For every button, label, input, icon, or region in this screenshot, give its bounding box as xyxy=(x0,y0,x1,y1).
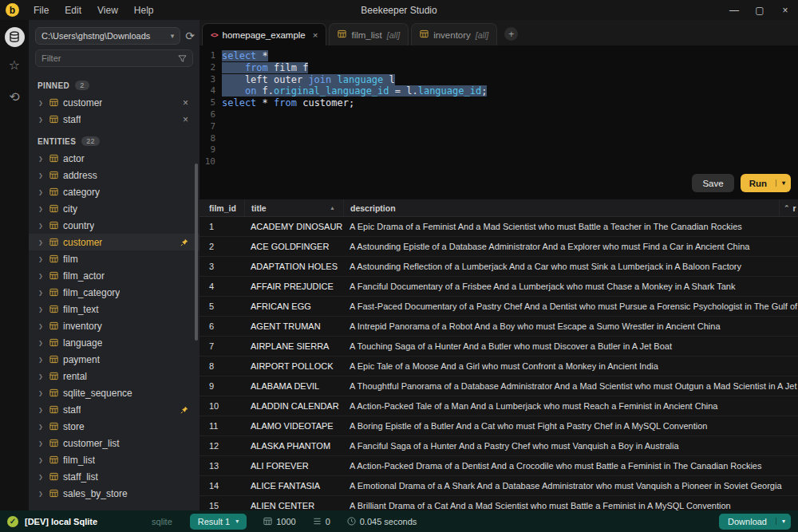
table-row[interactable]: 3ADAPTATION HOLESA Astounding Reflection… xyxy=(200,257,798,277)
editor-code[interactable]: left outer join language l xyxy=(222,74,395,86)
entity-item-language[interactable]: ❯language xyxy=(29,334,200,351)
tab-film_list[interactable]: film_list[all] xyxy=(329,23,409,45)
table-row[interactable]: 4AFFAIR PREJUDICEA Fanciful Documentary … xyxy=(200,277,798,297)
unpin-close-icon[interactable]: × xyxy=(183,97,188,108)
menu-file[interactable]: File xyxy=(26,5,57,16)
history-icon[interactable]: ⟲ xyxy=(9,91,19,104)
entity-item-store[interactable]: ❯store xyxy=(29,418,200,435)
editor-code[interactable]: from film f xyxy=(222,62,308,74)
entity-label: category xyxy=(63,187,100,198)
table-row[interactable]: 14ALICE FANTASIAA Emotional Drama of a A… xyxy=(200,476,798,496)
results-rows: 1ACADEMY DINOSAURA Epic Drama of a Femin… xyxy=(200,217,798,510)
entity-item-rental[interactable]: ❯rental xyxy=(29,368,200,384)
chevron-right-icon: ❯ xyxy=(38,491,45,497)
cell-film-id: 10 xyxy=(200,401,244,411)
table-row[interactable]: 7AIRPLANE SIERRAA Touching Saga of a Hun… xyxy=(200,337,798,357)
editor-code[interactable]: select * xyxy=(222,50,268,62)
entity-item-film[interactable]: ❯film xyxy=(29,250,200,267)
sort-asc-icon[interactable]: ▲ xyxy=(330,205,335,211)
entity-item-address[interactable]: ❯address xyxy=(29,167,200,183)
menu-edit[interactable]: Edit xyxy=(57,5,89,16)
menu-view[interactable]: View xyxy=(89,5,126,16)
column-header-title[interactable]: title ▲ xyxy=(244,199,343,216)
maximize-icon[interactable]: ▢ xyxy=(747,5,772,16)
favorites-star-icon[interactable]: ☆ xyxy=(9,59,20,72)
table-icon xyxy=(49,422,58,431)
entity-item-staff[interactable]: ❯staff xyxy=(29,401,200,418)
filter-input[interactable] xyxy=(41,53,178,63)
tab-inventory[interactable]: inventory[all] xyxy=(411,23,497,45)
editor-code[interactable]: select * from customer; xyxy=(222,97,354,109)
entity-item-staff_list[interactable]: ❯staff_list xyxy=(29,468,200,485)
editor-line: 4 on f.original_language_id = l.language… xyxy=(200,85,798,97)
collapse-up-icon[interactable]: ⌃ xyxy=(784,204,790,212)
entity-item-sales_by_store[interactable]: ❯sales_by_store xyxy=(29,485,200,502)
table-row[interactable]: 12ALASKA PHANTOMA Fanciful Saga of a Hun… xyxy=(200,436,798,456)
entity-label: store xyxy=(63,421,85,432)
cell-title: ALIEN CENTER xyxy=(244,501,343,510)
download-button-label[interactable]: Download xyxy=(719,517,776,526)
table-row[interactable]: 8AIRPORT POLLOCKA Epic Tale of a Moose A… xyxy=(200,357,798,376)
entity-item-film_actor[interactable]: ❯film_actor xyxy=(29,267,200,284)
run-button-label[interactable]: Run xyxy=(741,179,776,188)
result-selector-button[interactable]: Result 1 ▾ xyxy=(190,514,247,530)
pinned-item-customer[interactable]: ❯customer× xyxy=(29,94,200,111)
table-row[interactable]: 2ACE GOLDFINGERA Astounding Epistle of a… xyxy=(200,237,798,257)
table-row[interactable]: 13ALI FOREVERA Action-Packed Drama of a … xyxy=(200,456,798,476)
entity-item-film_category[interactable]: ❯film_category xyxy=(29,284,200,301)
table-row[interactable]: 1ACADEMY DINOSAURA Epic Drama of a Femin… xyxy=(200,217,798,237)
run-button[interactable]: Run ▾ xyxy=(741,174,791,192)
chevron-down-icon: ▾ xyxy=(171,33,175,40)
refresh-icon[interactable]: ⟳ xyxy=(185,30,195,41)
entity-item-inventory[interactable]: ❯inventory xyxy=(29,317,200,334)
minimize-icon[interactable]: — xyxy=(721,5,747,16)
entity-label: customer xyxy=(63,237,102,248)
table-icon xyxy=(338,30,346,40)
entity-item-country[interactable]: ❯country xyxy=(29,217,200,234)
table-row[interactable]: 15ALIEN CENTERA Brilliant Drama of a Cat… xyxy=(200,496,798,510)
line-number: 9 xyxy=(200,144,215,156)
pin-icon[interactable] xyxy=(180,238,188,246)
clock-icon xyxy=(347,517,356,526)
pinned-item-staff[interactable]: ❯staff× xyxy=(29,111,200,128)
entity-item-film_list[interactable]: ❯film_list xyxy=(29,451,200,468)
entity-item-payment[interactable]: ❯payment xyxy=(29,351,200,368)
table-row[interactable]: 11ALAMO VIDEOTAPEA Boring Epistle of a B… xyxy=(200,416,798,436)
sql-editor[interactable]: 1select *2 from film f3 left outer join … xyxy=(200,45,798,199)
database-path-dropdown[interactable]: C:\Users\ghstng\Downloads ▾ xyxy=(35,27,180,45)
entity-item-actor[interactable]: ❯actor xyxy=(29,150,200,167)
entity-item-city[interactable]: ❯city xyxy=(29,200,200,217)
close-tab-icon[interactable]: × xyxy=(313,30,318,40)
database-connection-icon[interactable] xyxy=(5,27,25,47)
download-button[interactable]: Download ▾ xyxy=(719,514,791,530)
unpin-close-icon[interactable]: × xyxy=(183,114,188,125)
entity-item-sqlite_sequence[interactable]: ❯sqlite_sequence xyxy=(29,384,200,401)
entity-item-film_text[interactable]: ❯film_text xyxy=(29,301,200,317)
line-number: 6 xyxy=(200,109,215,121)
editor-code[interactable]: on f.original_language_id = l.language_i… xyxy=(222,85,487,97)
run-dropdown-icon[interactable]: ▾ xyxy=(776,179,791,187)
table-icon xyxy=(49,372,58,380)
entity-item-customer[interactable]: ❯customer xyxy=(29,234,200,250)
new-tab-button[interactable]: + xyxy=(504,27,518,41)
entity-item-category[interactable]: ❯category xyxy=(29,183,200,200)
tab-homepage_example[interactable]: <>homepage_example× xyxy=(202,23,326,45)
table-row[interactable]: 5AFRICAN EGGA Fast-Paced Documentary of … xyxy=(200,297,798,317)
filter-funnel-icon[interactable] xyxy=(178,54,187,63)
cell-description: A Astounding Reflection of a Lumberjack … xyxy=(343,262,798,271)
menu-help[interactable]: Help xyxy=(126,5,162,16)
sidebar-scrollbar[interactable] xyxy=(195,164,198,341)
column-header-description[interactable]: description xyxy=(343,199,779,216)
close-icon[interactable]: × xyxy=(772,5,798,16)
column-header-next-partial[interactable]: ⌃ r xyxy=(779,199,798,216)
table-row[interactable]: 6AGENT TRUMANA Intrepid Panorama of a Ro… xyxy=(200,317,798,337)
column-header-film-id[interactable]: film_id xyxy=(200,203,244,213)
table-row[interactable]: 10ALADDIN CALENDARA Action-Packed Tale o… xyxy=(200,396,798,416)
save-button[interactable]: Save xyxy=(692,174,733,192)
entity-item-customer_list[interactable]: ❯customer_list xyxy=(29,435,200,451)
pin-icon[interactable] xyxy=(180,406,188,414)
table-row[interactable]: 9ALABAMA DEVILA Thoughtful Panorama of a… xyxy=(200,376,798,396)
download-dropdown-icon[interactable]: ▾ xyxy=(776,518,791,525)
app-logo-icon[interactable]: b xyxy=(6,3,19,17)
table-icon xyxy=(49,355,58,364)
